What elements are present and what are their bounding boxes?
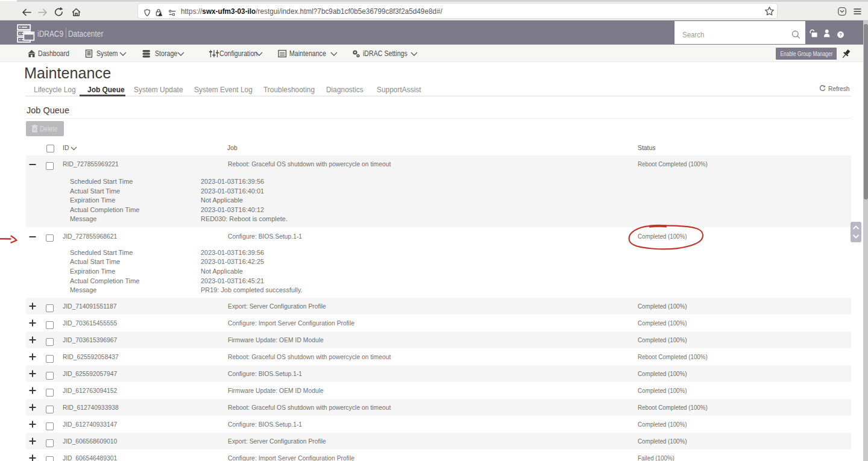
svg-text:?: ?: [839, 32, 842, 37]
